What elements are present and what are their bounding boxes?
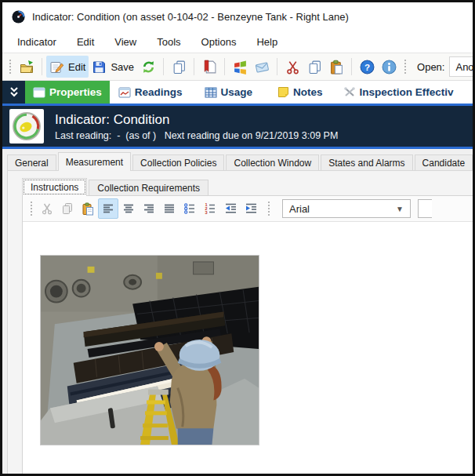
double-chevron-down-icon [9, 86, 20, 98]
nav-tab-label: Inspection Effectiv [360, 86, 454, 98]
window-title: Indicator: Condition (on asset 0-104-02 … [32, 11, 349, 23]
paste-button[interactable] [78, 198, 98, 219]
svg-text:3: 3 [205, 210, 207, 215]
open-combo[interactable]: Anon [449, 56, 473, 77]
window-icon [33, 87, 45, 98]
worker-photo-illustration [41, 256, 259, 445]
main-toolbar: Edit Save [2, 53, 473, 81]
app-gauge-icon [12, 10, 25, 24]
save-button-label: Save [111, 61, 134, 73]
paste-icon [82, 202, 95, 216]
menu-options[interactable]: Options [191, 32, 247, 52]
alert-document-icon [202, 60, 217, 74]
align-left-icon [102, 202, 114, 215]
tab-measurement[interactable]: Measurement [58, 152, 131, 171]
collapse-button[interactable] [2, 81, 25, 104]
align-center-button[interactable] [118, 198, 139, 219]
refresh-button[interactable] [137, 56, 159, 78]
bullet-list-button[interactable] [179, 198, 200, 219]
font-name-value: Arial [289, 203, 310, 215]
menu-tools[interactable]: Tools [147, 32, 190, 52]
open-record-button[interactable] [16, 56, 38, 78]
send-button[interactable] [251, 56, 273, 78]
menu-view[interactable]: View [104, 32, 147, 52]
copy-icon [61, 202, 74, 215]
copy-icon [307, 60, 322, 74]
instruction-photo[interactable] [40, 255, 259, 445]
tab-collection-requirements[interactable]: Collection Requirements [89, 180, 208, 196]
instructions-editor-canvas[interactable] [23, 222, 473, 474]
tab-instructions[interactable]: Instructions [22, 178, 87, 196]
windows-icon [233, 60, 248, 74]
edit-icon [49, 60, 64, 74]
editor-toolbar: 1 2 3 [23, 196, 473, 222]
separator [194, 58, 194, 75]
instructions-page: 1 2 3 [22, 195, 473, 474]
bullet-list-icon [183, 202, 196, 215]
copy-button-disabled[interactable] [57, 198, 78, 219]
nav-tab-notes[interactable]: Notes [270, 81, 330, 104]
copy-button[interactable] [303, 56, 325, 78]
nav-strip: Properties Readings Usage [2, 81, 473, 104]
toolbar-grip[interactable] [267, 201, 270, 216]
record-tab-strip: General Measurement Collection Policies … [2, 152, 473, 171]
sub-tab-strip: Instructions Collection Requirements [8, 178, 473, 196]
align-left-button[interactable] [98, 198, 118, 219]
numbered-list-icon: 1 2 3 [204, 202, 216, 215]
cut-button[interactable] [281, 56, 303, 78]
banner-title: Indicator: Condition [55, 112, 338, 128]
nav-tab-label: Notes [293, 86, 323, 98]
toolbar-grip[interactable] [9, 59, 12, 74]
tab-candidates[interactable]: Candidate [415, 154, 473, 171]
sticky-note-icon [277, 86, 289, 98]
windows-button[interactable] [229, 56, 251, 78]
save-button[interactable]: Save [89, 56, 137, 78]
titlebar: Indicator: Condition (on asset 0-104-02 … [2, 2, 473, 31]
help-icon: ? [360, 60, 375, 74]
justify-button[interactable] [159, 198, 179, 219]
tab-states-and-alarms[interactable]: States and Alarms [321, 154, 412, 171]
toolbar-grip[interactable] [30, 201, 33, 216]
menu-edit[interactable]: Edit [67, 32, 104, 52]
cut-button-disabled[interactable] [37, 198, 57, 219]
banner-subtitle: Last reading: - (as of ) Next reading du… [55, 130, 338, 141]
chart-icon [118, 87, 131, 98]
record-banner: Indicator: Condition Last reading: - (as… [2, 106, 473, 147]
font-name-combo[interactable]: Arial ▼ [282, 199, 411, 218]
nav-tab-inspection-effectiveness[interactable]: Inspection Effectiv [336, 81, 461, 104]
nav-tab-properties[interactable]: Properties [25, 81, 110, 104]
nav-tab-label: Properties [49, 86, 102, 98]
edit-button-label: Edit [68, 61, 85, 73]
nav-tab-readings[interactable]: Readings [111, 81, 190, 104]
send-icon [255, 60, 270, 74]
app-window: Indicator: Condition (on asset 0-104-02 … [0, 0, 475, 476]
open-record-icon [20, 60, 34, 74]
toolbar-grip[interactable] [404, 59, 407, 74]
font-size-combo[interactable] [418, 199, 432, 218]
info-button[interactable] [378, 56, 400, 78]
nav-tab-usage[interactable]: Usage [198, 81, 260, 104]
copy-record-icon [172, 60, 187, 74]
menu-help[interactable]: Help [246, 32, 288, 52]
tab-general[interactable]: General [7, 154, 56, 171]
tab-collection-policies[interactable]: Collection Policies [132, 154, 224, 171]
decrease-indent-button[interactable] [220, 198, 241, 219]
increase-indent-button[interactable] [241, 198, 261, 219]
tab-collection-window[interactable]: Collection Window [226, 154, 319, 171]
copy-record-button[interactable] [168, 56, 190, 78]
paste-button[interactable] [325, 56, 347, 78]
paste-icon [329, 60, 344, 74]
alert-document-button[interactable] [198, 56, 220, 78]
separator [224, 58, 225, 75]
separator [351, 58, 352, 75]
align-right-icon [143, 202, 155, 215]
menu-indicator[interactable]: Indicator [7, 32, 67, 52]
edit-button[interactable]: Edit [46, 56, 89, 78]
align-right-button[interactable] [139, 198, 159, 219]
chevron-down-icon: ▼ [396, 205, 404, 213]
help-button[interactable]: ? [356, 56, 378, 78]
save-icon [92, 60, 107, 74]
info-icon [382, 60, 397, 74]
numbered-list-button[interactable]: 1 2 3 [200, 198, 220, 219]
separator [277, 58, 277, 75]
